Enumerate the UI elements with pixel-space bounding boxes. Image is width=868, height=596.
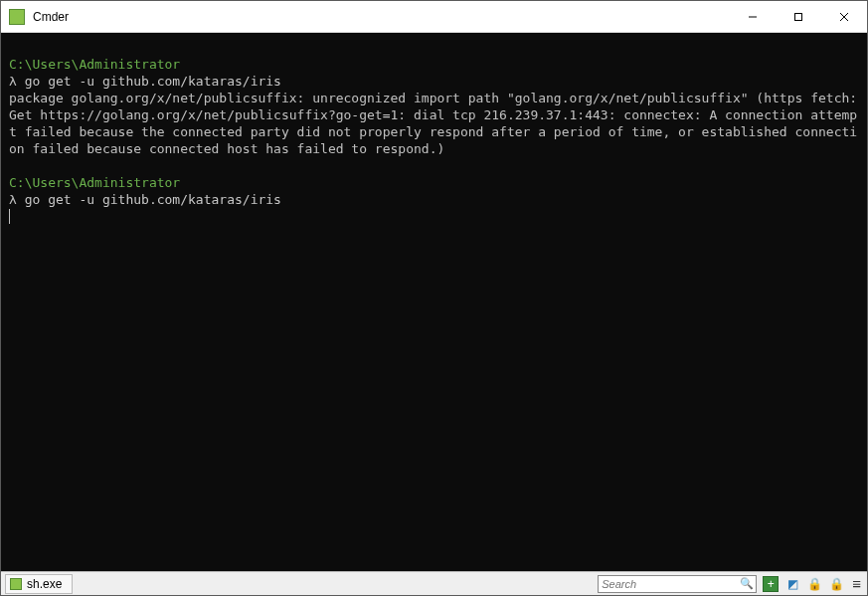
tab-icon [10, 578, 22, 590]
minimize-button[interactable] [730, 1, 776, 32]
close-button[interactable] [821, 1, 867, 32]
tab-label: sh.exe [27, 577, 62, 591]
search-input[interactable] [602, 578, 740, 590]
search-icon[interactable]: 🔍 [740, 577, 754, 590]
prompt-symbol: λ [9, 192, 17, 207]
window-title: Cmder [33, 10, 730, 24]
cursor [9, 209, 10, 224]
prompt-symbol: λ [9, 74, 17, 89]
command-text: go get -u github.com/kataras/iris [25, 192, 281, 207]
toolbar-icon[interactable]: ◩ [784, 576, 800, 592]
window-buttons [730, 1, 867, 32]
app-icon [9, 9, 25, 25]
prompt-path: C:\Users\Administrator [9, 57, 180, 72]
lock-icon-2[interactable]: 🔒 [828, 576, 844, 592]
output-text: package golang.org/x/net/publicsuffix: u… [9, 91, 865, 156]
svg-rect-1 [795, 13, 802, 20]
maximize-button[interactable] [776, 1, 821, 32]
titlebar[interactable]: Cmder [1, 1, 867, 33]
command-text: go get -u github.com/kataras/iris [25, 74, 281, 89]
statusbar: sh.exe 🔍 + ◩ 🔒 🔒 ≡ [1, 571, 867, 595]
terminal-area[interactable]: C:\Users\Administrator λ go get -u githu… [1, 33, 867, 571]
search-box[interactable]: 🔍 [598, 575, 757, 593]
tab-sh-exe[interactable]: sh.exe [5, 574, 73, 594]
prompt-path: C:\Users\Administrator [9, 175, 180, 190]
lock-icon[interactable]: 🔒 [806, 576, 822, 592]
menu-button[interactable]: ≡ [850, 575, 863, 592]
new-tab-button[interactable]: + [763, 576, 779, 592]
app-window: Cmder C:\Users\Administrator λ go get -u… [0, 0, 868, 596]
